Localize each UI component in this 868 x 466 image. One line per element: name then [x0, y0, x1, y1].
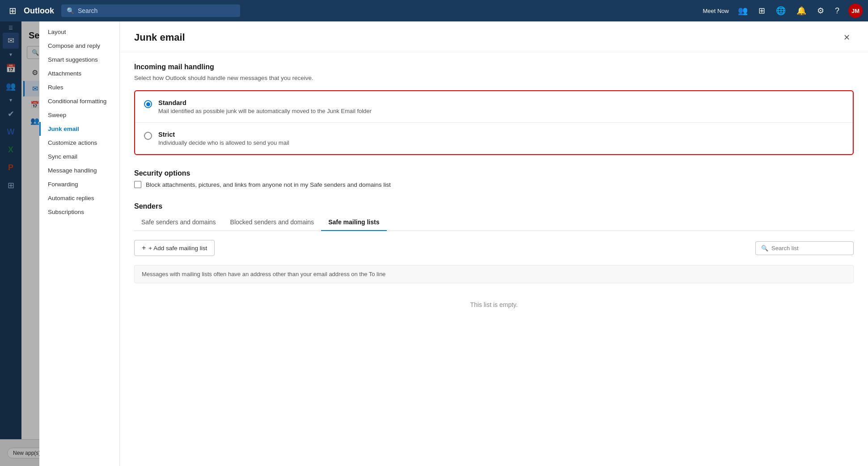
incoming-mail-desc: Select how Outlook should handle new mes… [134, 75, 854, 81]
incoming-mail-title: Incoming mail handling [134, 63, 854, 71]
dialog-close-button[interactable]: ✕ [839, 30, 854, 45]
search-list-input[interactable] [771, 245, 848, 252]
junk-email-dialog: Layout Compose and reply Smart suggestio… [39, 21, 868, 466]
security-options-section: Security options Block attachments, pict… [134, 169, 854, 188]
apps-icon[interactable]: ⊞ [757, 4, 767, 17]
dialog-body: Incoming mail handling Select how Outloo… [120, 52, 868, 466]
option-standard[interactable]: Standard Mail identified as possible jun… [135, 91, 853, 122]
senders-title: Senders [134, 202, 854, 210]
submenu-attachments[interactable]: Attachments [39, 67, 119, 80]
settings-icon[interactable]: ⚙ [815, 4, 826, 17]
security-checkbox-row: Block attachments, pictures, and links f… [134, 181, 854, 188]
radio-standard-dot [146, 102, 150, 106]
option-strict-label: Strict [158, 131, 289, 138]
dialog-header: Junk email ✕ [120, 21, 868, 52]
security-checkbox[interactable] [134, 181, 141, 188]
radio-strict[interactable] [144, 132, 152, 140]
submenu-compose[interactable]: Compose and reply [39, 39, 119, 53]
incoming-mail-section: Incoming mail handling Select how Outloo… [134, 63, 854, 155]
security-checkbox-label: Block attachments, pictures, and links f… [146, 181, 391, 188]
plus-icon: + [142, 244, 146, 252]
top-bar-actions: Meet Now 👥 ⊞ 🌐 🔔 ⚙ ? JM [703, 4, 863, 18]
submenu-message[interactable]: Message handling [39, 164, 119, 177]
submenu-rules[interactable]: Rules [39, 80, 119, 94]
tab-blocked-senders[interactable]: Blocked senders and domains [223, 214, 322, 231]
search-bar[interactable]: 🔍 Search [61, 4, 240, 17]
option-standard-label: Standard [158, 99, 372, 106]
dialog-title: Junk email [134, 32, 185, 43]
search-icon: 🔍 [67, 7, 74, 14]
submenu-sweep[interactable]: Sweep [39, 108, 119, 122]
top-bar: ⊞ Outlook 🔍 Search Meet Now 👥 ⊞ 🌐 🔔 ⚙ ? … [0, 0, 868, 21]
option-strict[interactable]: Strict Individually decide who is allowe… [135, 122, 853, 154]
radio-standard[interactable] [144, 100, 152, 108]
grid-icon[interactable]: ⊞ [5, 4, 20, 18]
option-strict-text: Strict Individually decide who is allowe… [158, 131, 289, 146]
mail-options-group: Standard Mail identified as possible jun… [134, 90, 854, 155]
submenu-autoreplies[interactable]: Automatic replies [39, 191, 119, 205]
add-btn-label: + Add safe mailing list [148, 245, 207, 252]
submenu-forwarding[interactable]: Forwarding [39, 177, 119, 191]
empty-list-message: This list is empty. [134, 290, 854, 319]
add-safe-mailing-button[interactable]: + + Add safe mailing list [134, 240, 215, 256]
submenu-layout[interactable]: Layout [39, 25, 119, 39]
help-icon[interactable]: ? [833, 4, 841, 17]
app-logo: Outlook [24, 6, 54, 16]
people-icon[interactable]: 👥 [736, 4, 749, 17]
submenu-panel: Layout Compose and reply Smart suggestio… [39, 21, 120, 466]
submenu-smart[interactable]: Smart suggestions [39, 53, 119, 67]
security-title: Security options [134, 169, 854, 177]
submenu-conditional[interactable]: Conditional formatting [39, 94, 119, 108]
option-standard-desc: Mail identified as possible junk will be… [158, 108, 372, 114]
search-list-box[interactable]: 🔍 [755, 241, 854, 255]
tab-safe-mailing[interactable]: Safe mailing lists [321, 214, 386, 231]
meet-now-button[interactable]: Meet Now [703, 8, 729, 14]
option-standard-text: Standard Mail identified as possible jun… [158, 99, 372, 114]
main-layout: ☰ ✉ ▾ 📅 👥 ▾ ✔ W X P ⊞ Settings 🔍 ⚙ Gener… [0, 21, 868, 466]
submenu-sync[interactable]: Sync email [39, 150, 119, 164]
senders-section: Senders Safe senders and domains Blocked… [134, 202, 854, 319]
search-text: Search [78, 7, 97, 14]
search-list-icon: 🔍 [761, 245, 768, 252]
senders-tabs: Safe senders and domains Blocked senders… [134, 214, 854, 231]
mailing-list-description: Messages with mailing lists often have a… [134, 265, 854, 283]
translate-icon[interactable]: 🌐 [774, 4, 788, 17]
tab-safe-senders[interactable]: Safe senders and domains [134, 214, 223, 231]
submenu-subscriptions[interactable]: Subscriptions [39, 205, 119, 219]
submenu-customize[interactable]: Customize actions [39, 136, 119, 150]
bell-icon[interactable]: 🔔 [795, 4, 808, 17]
senders-actions-row: + + Add safe mailing list 🔍 [134, 240, 854, 256]
avatar[interactable]: JM [848, 4, 863, 18]
option-strict-desc: Individually decide who is allowed to se… [158, 139, 289, 146]
submenu-junk[interactable]: Junk email [39, 122, 119, 136]
